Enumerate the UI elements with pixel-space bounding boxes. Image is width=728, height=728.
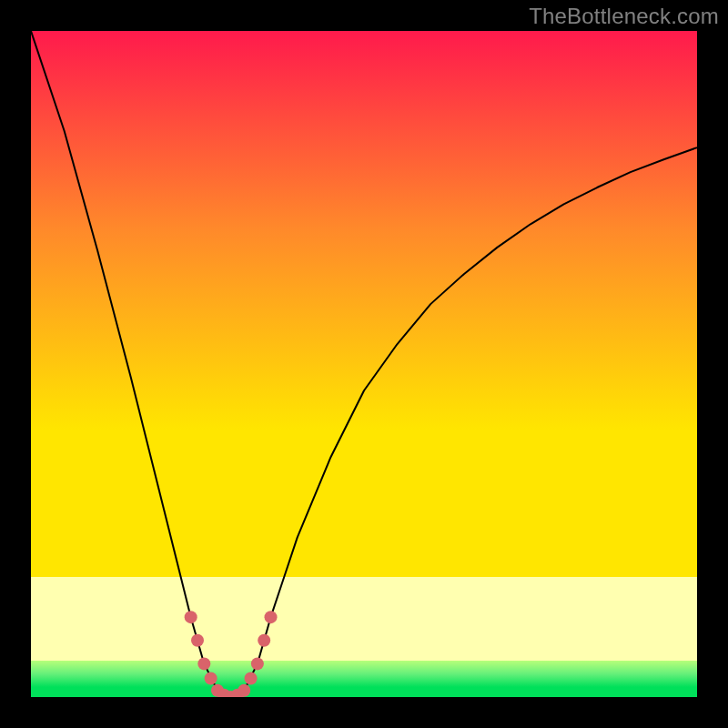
watermark-text: TheBottleneck.com [529, 4, 719, 29]
optimum-marker-dot [205, 672, 217, 685]
optimum-marker-dot [258, 634, 270, 647]
optimum-marker-dot [197, 657, 210, 670]
plot-area [31, 31, 697, 697]
chart-frame: TheBottleneck.com [0, 0, 728, 728]
bottleneck-chart [31, 31, 697, 697]
optimum-marker-dot [238, 684, 250, 697]
optimum-marker-dot [245, 672, 258, 685]
optimum-marker-dot [251, 657, 264, 670]
gradient-background [31, 31, 697, 697]
optimum-marker-dot [265, 611, 278, 623]
optimum-marker-dot [191, 634, 204, 647]
optimum-marker-dot [185, 611, 197, 623]
